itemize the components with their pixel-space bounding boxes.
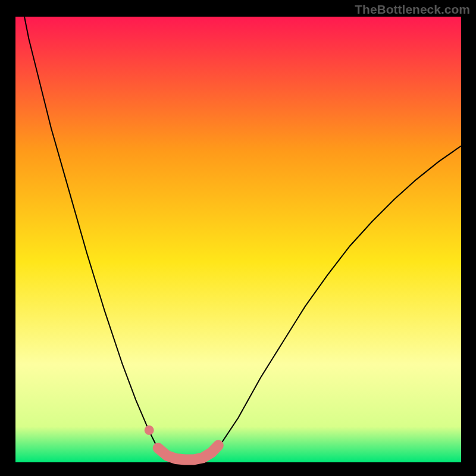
attribution-label: TheBottleneck.com [355,2,470,17]
bottleneck-plot [0,0,476,476]
highlight-dot [145,425,154,435]
gradient-background [15,17,461,462]
chart-container: TheBottleneck.com [0,0,476,476]
